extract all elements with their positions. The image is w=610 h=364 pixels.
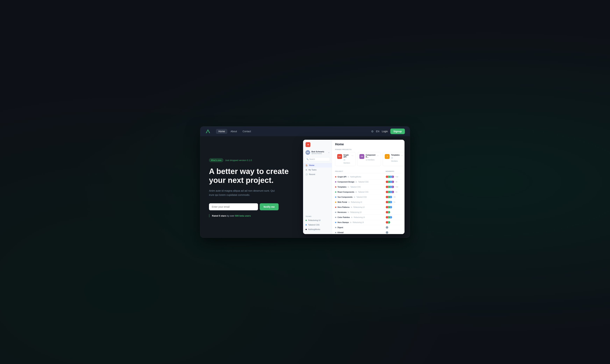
project-name: Heroicons <box>337 211 347 213</box>
language-selector[interactable]: EN <box>376 130 379 133</box>
pinned-card-0[interactable]: GA Graph API 16 Members ··· <box>335 152 356 166</box>
sidebar-item-tailwind[interactable]: Tailwind CSS <box>303 222 332 227</box>
page-title: Home <box>335 143 401 146</box>
th-project: PROJECT <box>335 170 386 172</box>
project-dot <box>335 212 336 213</box>
sidebar-logo-icon: ✦ <box>305 142 310 147</box>
member-avatars <box>386 226 388 229</box>
table-row[interactable]: Hero Patterns in Refactoring UI <box>335 205 401 210</box>
members-cell: +4 <box>386 191 401 193</box>
rating-text: Rated 5 stars by over 500 beta users <box>212 214 251 217</box>
project-info: Hero Patterns in Refactoring UI <box>335 206 386 208</box>
member-avatar <box>386 196 388 198</box>
table-row[interactable]: Color Palettes in Refactoring UI <box>335 215 401 220</box>
badge-subtitle: Just dropped version 0.1.0 <box>225 159 252 162</box>
project-team-label: in <box>351 216 353 218</box>
member-avatar <box>386 221 388 224</box>
members-cell: +12 <box>386 175 401 178</box>
table-row[interactable]: Graph API in NothingWorks +12 <box>335 174 401 179</box>
project-dot <box>335 232 336 233</box>
pinned-card-1[interactable]: CD Component D... 12 Members ··· <box>357 152 381 166</box>
nav-home[interactable]: Home <box>216 129 227 134</box>
member-avatars <box>386 201 391 204</box>
whats-new-badge: What's new Just dropped version 0.1.0 <box>209 158 296 162</box>
project-name: Templates <box>337 186 347 188</box>
members-cell <box>386 216 401 219</box>
nav-links: Home About Contact <box>216 129 253 134</box>
table-header: PROJECT MEMBERS <box>335 169 401 173</box>
sidebar-recent-label: Recent <box>309 173 315 175</box>
pinned-more-1[interactable]: ··· <box>377 154 379 157</box>
main-window: Home About Contact ⚙ EN Login Signup Wha… <box>200 126 410 238</box>
pinned-more-2[interactable]: ··· <box>401 154 403 157</box>
nav-contact[interactable]: Contact <box>240 129 253 134</box>
table-row[interactable]: Heroicons in Refactoring UI <box>335 210 401 215</box>
table-row[interactable]: Digest <box>335 225 401 230</box>
table-row[interactable]: Hero Stamps in Refactoring UI <box>335 220 401 225</box>
login-button[interactable]: Login <box>382 130 388 133</box>
sidebar-item-nothingworks[interactable]: NothingWorks <box>303 227 332 232</box>
member-avatars <box>386 196 391 198</box>
members-cell: +1 <box>386 201 401 204</box>
sidebar-search[interactable]: 🔍 Search <box>305 157 330 161</box>
members-cell: +3 <box>386 196 401 198</box>
team-dot <box>305 220 307 221</box>
member-count: +4 <box>395 191 397 193</box>
project-info: Color Palettes in Refactoring UI <box>335 216 386 218</box>
project-dot <box>335 181 336 182</box>
table-row[interactable]: Web Portal in Refactoring UI +1 <box>335 200 401 205</box>
team-nothingworks-label: NothingWorks <box>308 228 320 230</box>
project-info: Hero Stamps in Refactoring UI <box>335 221 386 223</box>
pinned-more-0[interactable]: ··· <box>351 154 354 157</box>
search-icon: 🔍 <box>306 158 308 160</box>
project-dot <box>335 196 336 198</box>
sidebar-item-home[interactable]: 🏠 Home <box>303 163 332 168</box>
member-avatar <box>386 191 388 193</box>
notify-button[interactable]: Notify me <box>260 203 278 210</box>
member-avatars <box>386 216 391 219</box>
hero-section: What's new Just dropped version 0.1.0 A … <box>200 136 303 237</box>
signup-button[interactable]: Signup <box>390 129 405 134</box>
member-avatars <box>386 206 391 208</box>
rating-link[interactable]: 500 beta users <box>235 214 251 217</box>
sidebar-logo: ✦ <box>303 142 332 149</box>
project-dot <box>335 217 336 218</box>
hero-title: A better way to create your next project… <box>209 167 290 185</box>
email-input[interactable] <box>209 203 258 210</box>
table-row[interactable]: React Components in Tailwind CSS +4 <box>335 190 401 195</box>
project-name: Web Portal <box>337 201 347 203</box>
pinned-card-2[interactable]: T Templates 16 Members ··· <box>383 152 404 166</box>
project-team: Tailwind CSS <box>358 191 368 193</box>
sidebar-item-refactoring[interactable]: Refactoring UI <box>303 218 332 222</box>
sidebar-item-tasks[interactable]: ☰ My Tasks <box>303 168 332 172</box>
project-info: Graph API in NothingWorks <box>335 176 386 178</box>
team-tailwind-label: Tailwind CSS <box>308 224 319 226</box>
table-row[interactable]: Templates in Tailwind CSS +12 <box>335 184 401 190</box>
badge-pill: What's new <box>209 158 223 162</box>
members-cell <box>386 211 401 214</box>
project-team-label: in <box>348 186 349 188</box>
member-count: +12 <box>395 176 398 178</box>
pinned-icon-t: T <box>385 154 390 159</box>
member-avatars <box>386 231 388 234</box>
user-handle: @bobschwartz <box>311 153 327 154</box>
pinned-members-0: 16 Members <box>344 159 350 164</box>
projects-table: Graph API in NothingWorks +12 Component … <box>335 174 401 234</box>
member-avatar <box>386 201 388 204</box>
project-dot <box>335 207 336 208</box>
project-team: Tailwind CSS <box>358 181 369 183</box>
pinned-name-1: Component D... <box>366 154 375 158</box>
sidebar-item-recent[interactable]: 🕐 Recent <box>303 172 332 177</box>
table-row[interactable]: Vue Components in Tailwind CSS +3 <box>335 195 401 200</box>
sidebar-nav: 🏠 Home ☰ My Tasks 🕐 Recent <box>303 163 332 214</box>
nav-about[interactable]: About <box>228 129 239 134</box>
member-avatars <box>386 191 393 193</box>
tasks-icon: ☰ <box>305 169 307 171</box>
project-team-label: in <box>348 176 349 178</box>
table-row[interactable]: Kiletail <box>335 230 401 234</box>
member-avatar <box>386 216 388 219</box>
th-members: MEMBERS <box>386 170 401 172</box>
settings-button[interactable]: ⚙ <box>371 130 374 133</box>
table-row[interactable]: Component Design in Tailwind CSS +8 <box>335 179 401 184</box>
project-team: Refactoring UI <box>353 206 365 208</box>
